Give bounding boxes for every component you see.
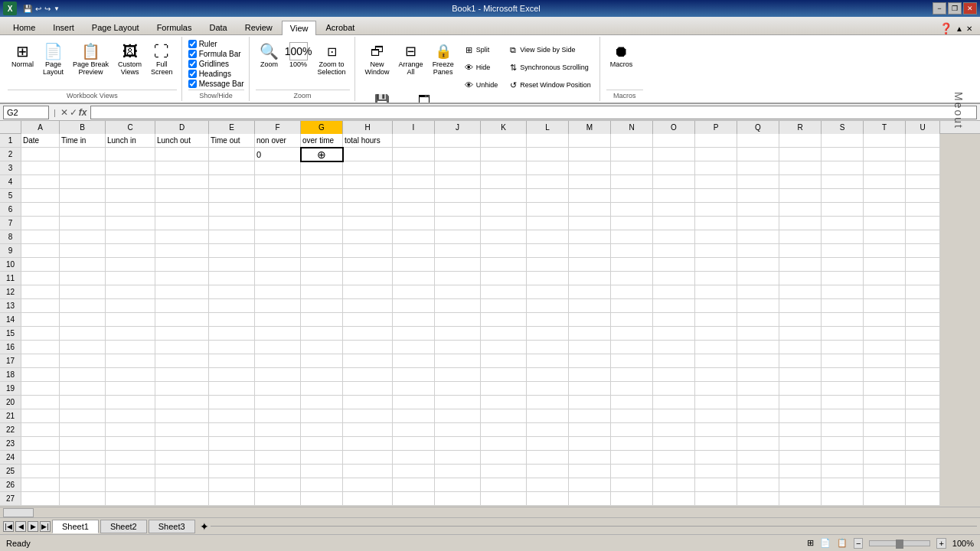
cell-m21[interactable] (569, 409, 611, 423)
cell-q21[interactable] (737, 409, 779, 423)
cell-m3[interactable] (569, 161, 611, 175)
cell-l9[interactable] (527, 244, 569, 258)
cell-d16[interactable] (155, 341, 209, 354)
cell-q12[interactable] (737, 285, 779, 299)
cell-k14[interactable] (481, 313, 527, 327)
cell-q1[interactable] (737, 134, 779, 148)
cell-l21[interactable] (527, 409, 569, 423)
cell-j2[interactable] (435, 148, 481, 161)
cell-e9[interactable] (209, 244, 255, 258)
cell-c22[interactable] (106, 423, 155, 437)
cell-f8[interactable] (255, 230, 301, 244)
cell-k4[interactable] (481, 175, 527, 189)
cell-g11[interactable] (301, 272, 343, 285)
cell-e27[interactable] (209, 492, 255, 506)
sheet-tab-1[interactable]: Sheet1 (52, 520, 99, 533)
cell-h2[interactable] (343, 148, 393, 161)
cell-m20[interactable] (569, 396, 611, 409)
cell-a3[interactable] (21, 161, 60, 175)
cell-e5[interactable] (209, 189, 255, 203)
cell-s5[interactable] (822, 189, 864, 203)
cell-n6[interactable] (611, 203, 653, 217)
cell-u22[interactable] (906, 423, 940, 437)
cell-g8[interactable] (301, 230, 343, 244)
cell-u20[interactable] (906, 396, 940, 409)
custom-views-button[interactable]: 🖼 CustomViews (114, 40, 145, 79)
cell-d27[interactable] (155, 492, 209, 506)
cancel-formula-icon[interactable]: ✕ (60, 107, 68, 118)
cell-t15[interactable] (864, 327, 906, 341)
cell-m17[interactable] (569, 354, 611, 368)
row-num-24[interactable]: 24 (0, 451, 21, 465)
cell-k6[interactable] (481, 203, 527, 217)
cell-t1[interactable] (864, 134, 906, 148)
cell-g21[interactable] (301, 409, 343, 423)
col-header-c[interactable]: C (106, 121, 155, 134)
cell-s17[interactable] (822, 354, 864, 368)
cell-r11[interactable] (779, 272, 822, 285)
cell-r12[interactable] (779, 285, 822, 299)
cell-g1[interactable]: over time (301, 134, 343, 148)
scrollbar-thumb[interactable] (3, 508, 34, 517)
cell-b13[interactable] (60, 299, 106, 313)
cell-a27[interactable] (21, 492, 60, 506)
cell-p18[interactable] (695, 368, 737, 382)
cell-s7[interactable] (822, 217, 864, 230)
cell-t23[interactable] (864, 437, 906, 451)
cell-a8[interactable] (21, 230, 60, 244)
cell-s19[interactable] (822, 382, 864, 396)
cell-m1[interactable] (569, 134, 611, 148)
cell-q5[interactable] (737, 189, 779, 203)
cell-i10[interactable] (393, 258, 435, 272)
row-num-13[interactable]: 13 (0, 299, 21, 313)
cell-k22[interactable] (481, 423, 527, 437)
cell-l18[interactable] (527, 368, 569, 382)
cell-h26[interactable] (343, 478, 393, 492)
cell-t10[interactable] (864, 258, 906, 272)
cell-s20[interactable] (822, 396, 864, 409)
quick-access-save[interactable]: 💾 (23, 5, 32, 13)
cell-m6[interactable] (569, 203, 611, 217)
cell-g2[interactable]: ⊕ (301, 148, 343, 161)
cell-i20[interactable] (393, 396, 435, 409)
cell-h21[interactable] (343, 409, 393, 423)
cell-f10[interactable] (255, 258, 301, 272)
cell-b18[interactable] (60, 368, 106, 382)
cell-u13[interactable] (906, 299, 940, 313)
cell-q20[interactable] (737, 396, 779, 409)
cell-g7[interactable] (301, 217, 343, 230)
row-num-4[interactable]: 4 (0, 175, 21, 189)
cell-c17[interactable] (106, 354, 155, 368)
row-num-8[interactable]: 8 (0, 230, 21, 244)
cell-n10[interactable] (611, 258, 653, 272)
arrange-all-button[interactable]: ⊟ ArrangeAll (395, 40, 427, 79)
cell-c20[interactable] (106, 396, 155, 409)
cell-k24[interactable] (481, 451, 527, 465)
cell-d13[interactable] (155, 299, 209, 313)
cell-e19[interactable] (209, 382, 255, 396)
cell-f26[interactable] (255, 478, 301, 492)
cell-f4[interactable] (255, 175, 301, 189)
cell-a13[interactable] (21, 299, 60, 313)
cell-e11[interactable] (209, 272, 255, 285)
cell-d19[interactable] (155, 382, 209, 396)
cell-n4[interactable] (611, 175, 653, 189)
cell-r7[interactable] (779, 217, 822, 230)
cell-d7[interactable] (155, 217, 209, 230)
cell-d20[interactable] (155, 396, 209, 409)
cell-s18[interactable] (822, 368, 864, 382)
cell-q3[interactable] (737, 161, 779, 175)
cell-n15[interactable] (611, 327, 653, 341)
cell-h11[interactable] (343, 272, 393, 285)
cell-u12[interactable] (906, 285, 940, 299)
cell-b16[interactable] (60, 341, 106, 354)
cell-a7[interactable] (21, 217, 60, 230)
horizontal-scrollbar[interactable] (0, 507, 980, 517)
cell-o7[interactable] (653, 217, 695, 230)
cell-n13[interactable] (611, 299, 653, 313)
cell-p15[interactable] (695, 327, 737, 341)
cell-r24[interactable] (779, 451, 822, 465)
cell-j12[interactable] (435, 285, 481, 299)
cell-k21[interactable] (481, 409, 527, 423)
cell-k3[interactable] (481, 161, 527, 175)
